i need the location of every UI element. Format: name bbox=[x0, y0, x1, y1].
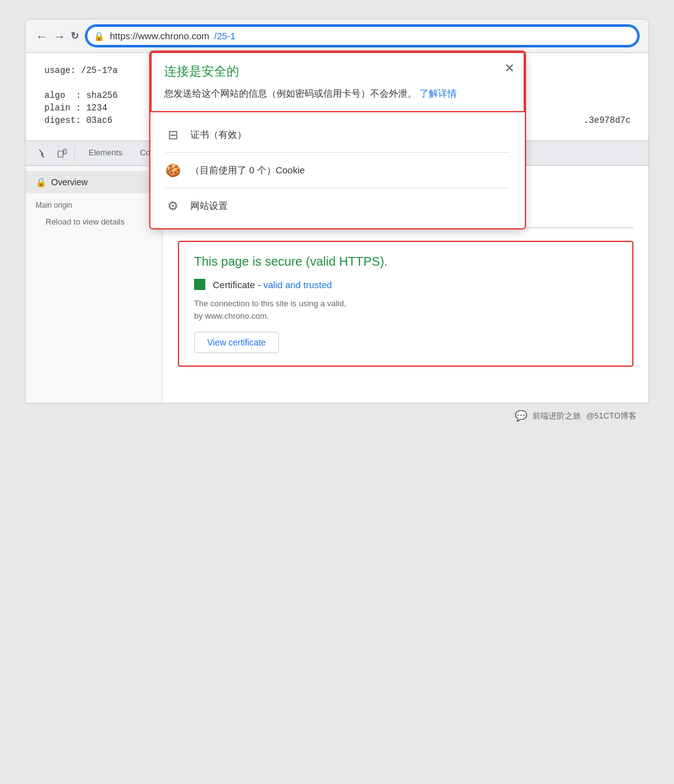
cert-row: Certificate - valid and trusted bbox=[194, 279, 617, 290]
devtools-sidebar: 🔒 Overview Main origin Reload to view de… bbox=[26, 166, 163, 403]
device-icon[interactable] bbox=[54, 146, 69, 161]
popup-item-cookie-label: （目前使用了 0 个）Cookie bbox=[190, 165, 305, 177]
popup-item-cookie[interactable]: 🍪 （目前使用了 0 个）Cookie bbox=[150, 153, 525, 188]
svg-rect-0 bbox=[58, 151, 63, 157]
popup-items: ⊟ 证书（有效） 🍪 （目前使用了 0 个）Cookie ⚙ 网站设置 bbox=[150, 112, 525, 228]
nav-buttons: ← → ↻ bbox=[36, 30, 79, 42]
forward-button[interactable]: → bbox=[53, 30, 66, 42]
cert-description: The connection to this site is using a v… bbox=[194, 298, 617, 322]
gear-icon: ⚙ bbox=[165, 198, 180, 213]
url-path: /25-1 bbox=[214, 31, 235, 41]
secure-page-title: This page is secure (valid HTTPS). bbox=[194, 254, 617, 269]
popup-body-text: 您发送给这个网站的信息（例如密码或信用卡号）不会外泄。 了解详情 bbox=[164, 86, 511, 101]
popup-item-settings[interactable]: ⚙ 网站设置 bbox=[150, 188, 525, 223]
popup-item-settings-label: 网站设置 bbox=[190, 200, 228, 212]
cookie-icon: 🍪 bbox=[165, 163, 180, 178]
footer-icon: 💬 bbox=[515, 410, 527, 422]
back-button[interactable]: ← bbox=[36, 30, 48, 42]
url-base: https://www.chrono.com bbox=[110, 31, 209, 41]
popup-header: 连接是安全的 您发送给这个网站的信息（例如密码或信用卡号）不会外泄。 了解详情 … bbox=[150, 52, 525, 112]
learn-more-link[interactable]: 了解详情 bbox=[419, 88, 457, 99]
page-footer: 💬 前端进阶之旅 @51CTO博客 bbox=[25, 404, 649, 428]
sidebar-main-origin-title: Main origin bbox=[26, 193, 162, 212]
popup-close-button[interactable]: ✕ bbox=[504, 60, 515, 75]
inspector-icon[interactable] bbox=[36, 146, 51, 161]
tab-elements[interactable]: Elements bbox=[80, 141, 131, 166]
cert-label: Certificate - valid and trusted bbox=[213, 279, 332, 290]
popup-title: 连接是安全的 bbox=[164, 63, 511, 80]
security-popup: 连接是安全的 您发送给这个网站的信息（例如密码或信用卡号）不会外泄。 了解详情 … bbox=[150, 52, 525, 228]
footer-text: 前端进阶之旅 bbox=[532, 410, 581, 422]
cert-valid-text: valid and trusted bbox=[263, 279, 332, 290]
security-detail-box: This page is secure (valid HTTPS). Certi… bbox=[178, 241, 633, 367]
refresh-button[interactable]: ↻ bbox=[71, 31, 79, 41]
view-certificate-button[interactable]: View certificate bbox=[194, 332, 279, 353]
devtools-tool-icons bbox=[31, 146, 75, 161]
svg-rect-1 bbox=[64, 149, 66, 154]
footer-sub: @51CTO博客 bbox=[586, 410, 637, 422]
sidebar-overview-label: Overview bbox=[51, 177, 87, 187]
sidebar-lock-icon: 🔒 bbox=[36, 177, 46, 187]
address-bar-container: 🔒 https://www.chrono.com/25-1 bbox=[86, 26, 638, 46]
popup-item-certificate[interactable]: ⊟ 证书（有效） bbox=[150, 117, 525, 152]
address-bar[interactable]: https://www.chrono.com/25-1 bbox=[86, 26, 638, 46]
certificate-icon: ⊟ bbox=[165, 127, 180, 142]
cert-status-indicator bbox=[194, 279, 205, 290]
lock-icon: 🔒 bbox=[94, 31, 104, 41]
popup-item-cert-label: 证书（有效） bbox=[190, 129, 247, 141]
sidebar-reload-label: Reload to view details bbox=[26, 212, 162, 231]
sidebar-item-overview[interactable]: 🔒 Overview bbox=[26, 171, 162, 193]
